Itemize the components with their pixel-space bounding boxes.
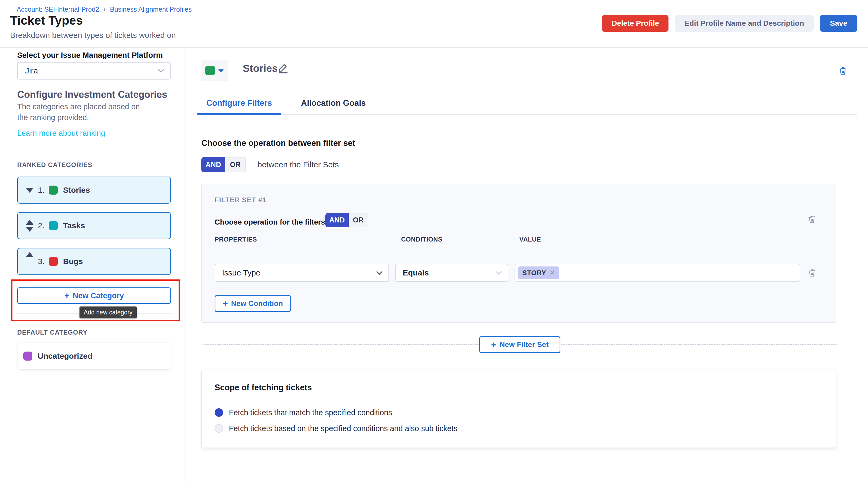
and-or-toggle: AND OR [202,157,246,172]
value-input[interactable]: STORY ✕ [515,264,800,282]
move-up-down-icon[interactable] [25,220,34,232]
category-rank: 1. [38,186,44,194]
category-label: Tasks [63,221,85,230]
page-subtitle: Breakdown between types of tickets worke… [10,31,176,40]
new-filter-set-button-label: New Filter Set [499,340,549,349]
category-color-dropdown[interactable] [201,60,228,81]
or-toggle-option[interactable]: OR [225,157,246,172]
category-label: Bugs [63,257,83,266]
save-button[interactable]: Save [820,15,858,32]
default-category-card: Uncategorized [17,342,171,369]
add-new-category-tooltip: Add new category [80,306,137,319]
new-category-button-label: New Category [72,291,124,300]
scope-card: Scope of fetching tickets Fetch tickets … [202,369,836,448]
delete-profile-button[interactable]: Delete Profile [602,15,669,32]
condition-select[interactable]: Equals [395,264,508,282]
filters-operation-label: Choose operation for the filters [215,215,325,229]
new-condition-button[interactable]: + New Condition [215,295,291,312]
plus-icon: + [223,299,228,308]
delete-category-button[interactable] [837,65,848,77]
new-filter-set-button[interactable]: + New Filter Set [479,336,560,353]
plus-icon: + [64,291,69,300]
and-toggle-option[interactable]: AND [202,157,225,172]
tab-configure-filters[interactable]: Configure Filters [197,91,281,115]
edit-profile-button[interactable]: Edit Profile Name and Description [675,15,813,32]
radio-unselected-icon[interactable] [215,424,223,433]
new-category-button[interactable]: + New Category [17,288,171,304]
value-chip: STORY ✕ [518,267,559,279]
condition-select-value: Equals [403,268,429,277]
header: Account: SEI-Internal-Prod2 › Business A… [0,0,868,48]
column-header-properties: PROPERTIES [215,236,257,243]
tab-allocation-goals[interactable]: Allocation Goals [296,91,371,115]
category-rank: 2. [38,221,44,230]
category-label: Uncategorized [38,352,92,361]
breadcrumb-separator-icon: › [103,5,106,13]
scope-option-label: Fetch tickets that match the specified c… [229,408,392,417]
chevron-down-icon [158,66,164,73]
learn-more-link[interactable]: Learn more about ranking [17,129,171,138]
sidebar: Select your Issue Management Platform Ji… [0,48,185,482]
chevron-down-icon [496,269,502,275]
filters-and-or-toggle: AND OR [326,213,368,227]
filter-set-title: FILTER SET #1 [215,196,267,204]
new-condition-button-label: New Condition [231,299,283,308]
tab-bar: Configure Filters Allocation Goals [197,92,857,115]
platform-select-value: Jira [25,66,38,75]
value-chip-label: STORY [522,269,546,277]
platform-select-label: Select your Issue Management Platform [17,51,171,60]
or-toggle-option[interactable]: OR [349,213,368,227]
trash-icon [807,268,817,278]
chevron-down-icon [376,269,382,275]
scope-heading: Scope of fetching tickets [215,383,312,392]
ranked-categories-heading: RANKED CATEGORIES [17,161,171,169]
default-category-heading: DEFAULT CATEGORY [17,329,171,336]
delete-filter-set-button[interactable] [807,214,817,224]
caret-down-icon [218,69,224,73]
category-label: Stories [63,186,90,194]
category-title: Stories [243,63,278,74]
breadcrumb-account-link[interactable]: Account: SEI-Internal-Prod2 [17,6,99,13]
filter-set-card: FILTER SET #1 Choose operation for the f… [202,184,836,323]
pencil-icon [277,62,289,74]
category-color-swatch [49,221,58,230]
filter-set-operation-heading: Choose the operation between filter set [202,139,355,148]
page-title: Ticket Types [10,13,83,28]
category-color-swatch [23,352,32,361]
column-header-value: VALUE [519,236,541,243]
category-color-swatch [49,186,58,194]
scope-option-include-sub-tickets[interactable]: Fetch tickets based on the specified con… [215,423,457,434]
category-card-bugs[interactable]: 3. Bugs [17,248,171,275]
scope-option-label: Fetch tickets based on the specified con… [229,424,457,433]
delete-condition-button[interactable] [807,268,817,278]
breadcrumb-page-link[interactable]: Business Alignment Profiles [110,6,192,13]
scope-option-match-conditions[interactable]: Fetch tickets that match the specified c… [215,407,392,418]
toggle-caption: between the Filter Sets [257,160,339,169]
investment-categories-description: The categories are placed based on the r… [17,101,150,123]
edit-category-name-button[interactable] [277,62,289,74]
page: Account: SEI-Internal-Prod2 › Business A… [0,0,868,482]
move-down-icon[interactable] [25,188,34,193]
column-header-conditions: CONDITIONS [401,236,442,243]
filter-set-divider [215,253,819,253]
category-rank: 3. [38,257,44,266]
category-color-swatch [49,257,58,266]
category-card-stories[interactable]: 1. Stories [17,177,171,204]
move-up-icon[interactable] [25,252,34,257]
property-select[interactable]: Issue Type [215,264,389,282]
and-toggle-option[interactable]: AND [326,213,349,227]
breadcrumb: Account: SEI-Internal-Prod2 › Business A… [17,5,192,13]
category-card-tasks[interactable]: 2. Tasks [17,212,171,239]
remove-chip-icon[interactable]: ✕ [550,269,555,276]
filter-set-operation-row: AND OR between the Filter Sets [202,157,339,172]
plus-icon: + [491,340,496,349]
main-content: Stories Configure Filters Allocation Goa… [186,48,868,482]
platform-select[interactable]: Jira [17,62,171,80]
color-swatch-icon [205,66,215,75]
property-select-value: Issue Type [222,268,260,277]
header-actions: Delete Profile Edit Profile Name and Des… [602,15,858,32]
trash-icon [807,214,817,224]
trash-icon [837,65,848,77]
investment-categories-heading: Configure Investment Categories [17,89,171,100]
radio-selected-icon[interactable] [215,408,223,417]
